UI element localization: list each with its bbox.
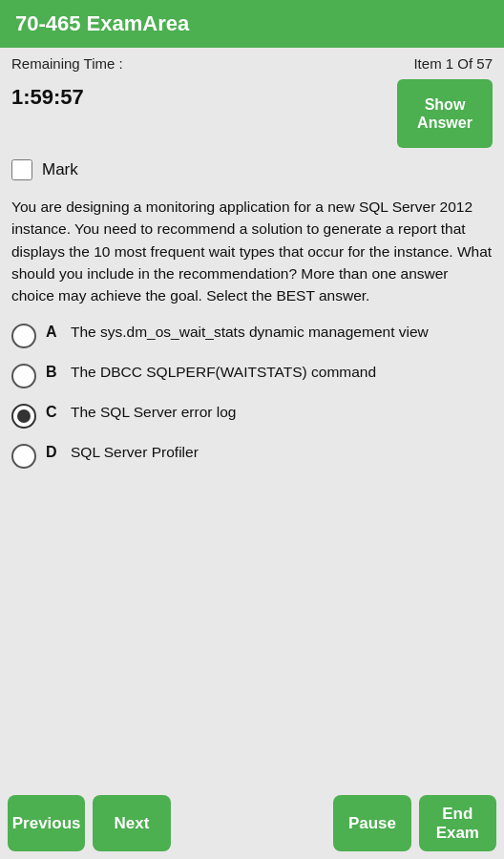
pause-button[interactable]: Pause xyxy=(333,795,410,851)
show-answer-button[interactable]: Show Answer xyxy=(397,79,493,148)
option-letter-b: B xyxy=(46,364,63,381)
timer-row: 1:59:57 Show Answer xyxy=(0,75,504,156)
meta-bar: Remaining Time : Item 1 Of 57 xyxy=(0,48,504,75)
option-text-d: SQL Server Profiler xyxy=(71,442,199,463)
option-text-c: The SQL Server error log xyxy=(71,402,236,423)
option-radio-c[interactable] xyxy=(11,404,36,429)
next-button[interactable]: Next xyxy=(93,795,170,851)
mark-row: Mark xyxy=(0,156,504,188)
option-row[interactable]: CThe SQL Server error log xyxy=(11,402,493,429)
option-row[interactable]: DSQL Server Profiler xyxy=(11,442,493,469)
mark-checkbox[interactable] xyxy=(11,159,32,180)
app-header: 70-465 ExamArea xyxy=(0,0,504,48)
app-title: 70-465 ExamArea xyxy=(15,11,189,36)
option-letter-a: A xyxy=(46,324,63,341)
question-area: You are designing a monitoring applicati… xyxy=(0,188,504,787)
previous-button[interactable]: Previous xyxy=(8,795,85,851)
option-row[interactable]: AThe sys.dm_os_wait_stats dynamic manage… xyxy=(11,322,493,348)
option-radio-d[interactable] xyxy=(11,444,36,469)
option-letter-c: C xyxy=(46,404,63,421)
item-counter: Item 1 Of 57 xyxy=(413,55,493,72)
option-row[interactable]: BThe DBCC SQLPERF(WAITSTATS) command xyxy=(11,362,493,388)
option-radio-a[interactable] xyxy=(11,324,36,348)
option-letter-d: D xyxy=(46,444,63,461)
spacer xyxy=(175,787,330,859)
timer-display: 1:59:57 xyxy=(11,79,84,110)
mark-label[interactable]: Mark xyxy=(42,160,78,179)
remaining-time-label: Remaining Time : xyxy=(11,55,123,72)
option-text-a: The sys.dm_os_wait_stats dynamic managem… xyxy=(71,322,429,343)
bottom-bar: Previous Next Pause End Exam xyxy=(0,787,504,859)
end-exam-button[interactable]: End Exam xyxy=(419,795,496,851)
option-radio-b[interactable] xyxy=(11,364,36,388)
question-text: You are designing a monitoring applicati… xyxy=(11,196,493,306)
option-text-b: The DBCC SQLPERF(WAITSTATS) command xyxy=(71,362,376,383)
options-container: AThe sys.dm_os_wait_stats dynamic manage… xyxy=(11,322,493,469)
